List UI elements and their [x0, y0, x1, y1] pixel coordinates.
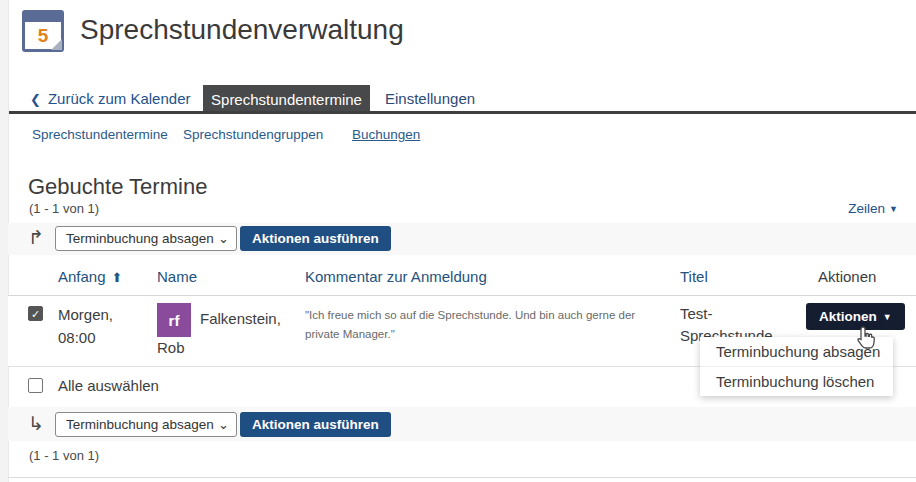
- bulk-action-select-top-value: Terminbuchung absagen: [66, 231, 214, 246]
- bottom-divider: [8, 477, 916, 478]
- execute-actions-button-bottom[interactable]: Aktionen ausführen: [240, 412, 391, 437]
- apply-to-selection-top-icon: ↱: [28, 226, 44, 249]
- calendar-icon-topbar: [25, 13, 61, 22]
- column-header-aktionen: Aktionen: [818, 268, 876, 285]
- sprechstunden-page: 5 Sprechstundenverwaltung ❮Zurück zum Ka…: [0, 0, 916, 482]
- column-header-kommentar[interactable]: Kommentar zur Anmeldung: [305, 268, 487, 285]
- subnav-sprechstundengruppen[interactable]: Sprechstundengruppen: [183, 127, 323, 142]
- titel-line1: Test-: [680, 303, 773, 325]
- anfang-line1: Morgen,: [58, 303, 113, 326]
- calendar-icon-fold: [51, 39, 62, 50]
- tab-einstellungen[interactable]: Einstellungen: [385, 86, 475, 112]
- cell-anfang: Morgen, 08:00: [58, 303, 113, 349]
- bulk-action-toolbar-bottom: ↳ Terminbuchung absagen ⌄ Aktionen ausfü…: [8, 407, 916, 441]
- bulk-action-toolbar-top: ↱ Terminbuchung absagen ⌄ Aktionen ausfü…: [8, 223, 916, 255]
- select-all-checkbox[interactable]: [28, 378, 43, 393]
- caret-down-icon: ▼: [883, 312, 892, 322]
- tab-sprechstundentermine[interactable]: Sprechstundentermine: [203, 85, 370, 114]
- row-checkbox[interactable]: ✓: [28, 306, 43, 321]
- apply-to-selection-bottom-icon: ↳: [28, 412, 44, 435]
- tab-back-to-calendar[interactable]: ❮Zurück zum Kalender: [30, 86, 190, 112]
- result-range-top: (1 - 1 von 1): [29, 201, 99, 216]
- select-chevron-icon: ⌄: [218, 227, 229, 250]
- check-icon: ✓: [31, 308, 40, 320]
- column-header-anfang[interactable]: Anfang⬆: [58, 268, 122, 285]
- subnav-buchungen[interactable]: Buchungen: [352, 127, 420, 142]
- calendar-icon: 5: [22, 10, 64, 52]
- chevron-down-icon: ▼: [889, 204, 898, 214]
- bulk-action-select-bottom-value: Terminbuchung absagen: [66, 417, 214, 432]
- hand-cursor-icon: [855, 325, 877, 355]
- avatar: rf: [157, 303, 191, 337]
- anfang-line2: 08:00: [58, 326, 113, 349]
- rows-toggle-label: Zeilen: [848, 201, 885, 216]
- tab-back-label: Zurück zum Kalender: [48, 90, 191, 107]
- back-chevron-icon: ❮: [30, 92, 41, 107]
- cell-kommentar: "Ich freue mich so auf die Sprechstunde.…: [305, 306, 667, 344]
- subnav-sprechstundentermine[interactable]: Sprechstundentermine: [32, 127, 168, 142]
- sort-ascending-icon: ⬆: [112, 270, 123, 285]
- menu-item-terminbuchung-loeschen[interactable]: Terminbuchung löschen: [700, 367, 893, 396]
- table-header-row: Anfang⬆ Name Kommentar zur Anmeldung Tit…: [8, 258, 916, 296]
- page-title: Sprechstundenverwaltung: [80, 14, 404, 46]
- bulk-action-select-bottom[interactable]: Terminbuchung absagen ⌄: [55, 412, 237, 437]
- name-line2: Rob: [157, 339, 185, 356]
- name-line1: Falkenstein,: [200, 310, 281, 327]
- row-aktionen-button-label: Aktionen: [819, 309, 877, 324]
- section-heading: Gebuchte Termine: [28, 174, 207, 200]
- tab-underline: [9, 111, 916, 114]
- bulk-action-select-top[interactable]: Terminbuchung absagen ⌄: [55, 226, 237, 251]
- column-header-name[interactable]: Name: [157, 268, 197, 285]
- column-header-anfang-label: Anfang: [58, 268, 106, 285]
- rows-dropdown-toggle[interactable]: Zeilen▼: [848, 201, 898, 216]
- execute-actions-button-top[interactable]: Aktionen ausführen: [240, 226, 391, 251]
- select-all-label: Alle auswählen: [58, 377, 159, 394]
- column-header-titel[interactable]: Titel: [680, 268, 708, 285]
- result-range-bottom: (1 - 1 von 1): [29, 448, 99, 463]
- select-chevron-icon: ⌄: [218, 413, 229, 436]
